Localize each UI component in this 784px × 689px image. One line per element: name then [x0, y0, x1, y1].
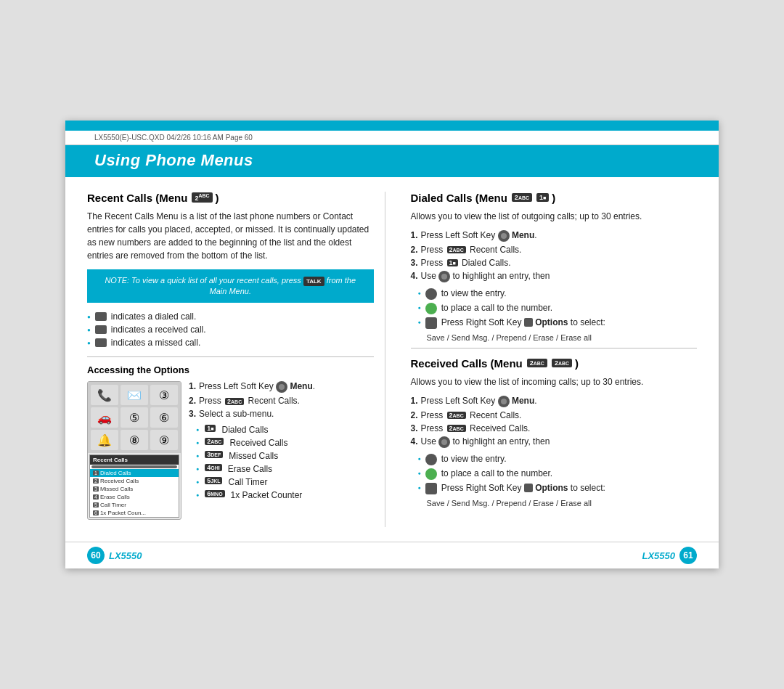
bullet-dialed: indicates a dialed call. [87, 311, 374, 322]
sub-menu-list: 1■ Dialed Calls 2ABC Received Calls 3DEF… [196, 425, 374, 500]
dialed-calls-heading: Dialed Calls (Menu 2ABC 1■ ) [411, 192, 698, 204]
step-1: 1. Press Left Soft Key Menu. [189, 381, 374, 393]
received-options-text: Press Right Soft Key Options to select: [441, 483, 605, 493]
phone-menu-item-4: 4 Erase Calls [90, 493, 179, 501]
received-step-4: 4. Use to highlight an entry, then [411, 436, 698, 448]
badge-2abc: 2ABC [225, 398, 244, 405]
received-save-line: Save / Send Msg. / Prepend / Erase / Era… [427, 499, 698, 507]
dialed-right-soft-key-label: Press Right Soft Key [441, 317, 522, 327]
received-right-soft-key-label: Press Right Soft Key [441, 483, 522, 493]
note-text: NOTE: To view a quick list of all your r… [105, 276, 301, 285]
dialed-sub-options: Press Right Soft Key Options to select: [418, 317, 698, 329]
recent-calls-suffix: ) [216, 192, 219, 204]
received-step-3: 3. Press 2ABC Received Calls. [411, 423, 698, 433]
dialed-calls-body: Allows you to view the list of outgoing … [411, 210, 698, 223]
phone-item-label-3: Missed Calls [100, 486, 133, 492]
received-ok-text: to view the entry. [441, 454, 507, 464]
sub-badge-4: 4GHI [205, 464, 221, 471]
dialed-call-icon [95, 312, 107, 321]
phone-menu-item-3: 3 Missed Calls [90, 485, 179, 493]
bullet-dialed-text: indicates a dialed call. [111, 311, 196, 322]
received-talk-icon [425, 468, 437, 480]
phone-item-badge-5: 5 [93, 502, 99, 507]
received-left-soft-key-icon [498, 396, 510, 407]
dialed-options-icon [425, 317, 437, 329]
sub-label-1: Dialed Calls [221, 425, 268, 435]
received-badge-2: 2ABC [552, 359, 572, 367]
dialed-step-4: 4. Use to highlight an entry, then [411, 271, 698, 282]
received-calls-body: Allows you to view the list of incoming … [411, 375, 698, 388]
dialed-options-text: Press Right Soft Key Options to select: [441, 317, 605, 327]
dialed-badge-1: 2ABC [512, 193, 532, 202]
recent-calls-badge-text: 2ABC [195, 193, 209, 202]
sub-label-2: Received Calls [229, 438, 287, 448]
page-container: LX5550(E)-USC.QXD 04/2/26 10:16 AM Page … [65, 121, 719, 569]
accessing-heading: Accessing the Options [87, 364, 374, 375]
received-calls-title: Received Calls (Menu [411, 357, 523, 370]
dialed-talk-icon [425, 303, 437, 314]
phone-item-label-2: Received Calls [100, 478, 139, 484]
bullet-received: indicates a received call. [87, 325, 374, 335]
dialed-calls-title: Dialed Calls (Menu [411, 192, 507, 204]
phone-menu-item-6: 6 1x Packet Coun... [90, 509, 179, 517]
dialed-sub-ok: to view the entry. [418, 288, 698, 300]
phone-icon-9: ⑨ [150, 430, 178, 450]
left-page-number: 60 [87, 547, 105, 564]
phone-item-badge-1: 1 [93, 470, 99, 476]
bullet-received-text: indicates a received call. [111, 325, 206, 335]
received-calls-heading: Received Calls (Menu 2ABC 2ABC ) [411, 357, 698, 370]
dialed-suffix: ) [552, 192, 555, 204]
dialed-save-line: Save / Send Msg. / Prepend / Erase / Era… [427, 333, 698, 342]
left-soft-key-icon [276, 381, 287, 393]
phone-icon-5: ⑤ [121, 407, 148, 428]
phone-menu-item-1: 1 Dialed Calls [90, 469, 179, 477]
received-step-2: 2. Press 2ABC Recent Calls. [411, 410, 698, 420]
phone-menu-scroll [91, 465, 177, 468]
talk-badge: TALK [303, 277, 324, 286]
page-title: Using Phone Menus [94, 151, 690, 170]
sub-label-4: Erase Calls [228, 464, 272, 474]
received-sub-bullets: to view the entry. to place a call to th… [418, 454, 698, 494]
main-content: Recent Calls (Menu 2ABC ) The Recent Cal… [65, 177, 719, 542]
right-column: Dialed Calls (Menu 2ABC 1■ ) Allows you … [407, 192, 698, 528]
phone-menu-item-2: 2 Received Calls [90, 477, 179, 485]
phone-icon-8: ⑧ [121, 430, 148, 450]
sub-badge-2: 2ABC [205, 438, 224, 445]
call-type-bullets: indicates a dialed call. indicates a rec… [87, 311, 374, 348]
recent-calls-heading: Recent Calls (Menu 2ABC ) [87, 192, 374, 204]
received-menu-label: Menu [512, 396, 534, 406]
dialed-ok-text: to view the entry. [441, 288, 507, 298]
dialed-nav-icon [438, 271, 450, 282]
phone-menu-list: Recent Calls 1 Dialed Calls 2 Received C… [89, 454, 179, 518]
file-info: LX5550(E)-USC.QXD 04/2/26 10:16 AM Page … [65, 131, 719, 145]
dialed-badge-1: 1■ [447, 259, 458, 266]
received-step-1: 1. Press Left Soft Key Menu. [411, 396, 698, 407]
phone-item-badge-6: 6 [93, 510, 99, 515]
divider [87, 356, 374, 357]
sub-item-3: 3DEF Missed Calls [196, 451, 374, 461]
received-badge-1: 2ABC [527, 359, 547, 367]
sub-item-4: 4GHI Erase Calls [196, 464, 374, 474]
received-sub-options: Press Right Soft Key Options to select: [418, 483, 698, 494]
phone-item-label-5: Call Timer [100, 502, 126, 508]
received-call-icon [95, 325, 107, 334]
sub-label-3: Missed Calls [229, 451, 278, 461]
bullet-missed: indicates a missed call. [87, 338, 374, 348]
received-badge-2abc-2: 2ABC [447, 425, 466, 432]
received-options-icon [425, 483, 437, 494]
received-sub-ok: to view the entry. [418, 454, 698, 465]
phone-menu-item-5: 5 Call Timer [90, 501, 179, 509]
dialed-step-3: 3. Press 1■ Dialed Calls. [411, 258, 698, 268]
received-talk-text: to place a call to the number. [441, 468, 552, 478]
step-2: 2. Press 2ABC Recent Calls. [189, 396, 374, 406]
sub-item-6: 6MNO 1x Packet Counter [196, 490, 374, 500]
dialed-talk-text: to place a call to the number. [441, 303, 552, 313]
steps-area: 📞 ✉️ ③ 🚗 ⑤ ⑥ 🔔 ⑧ ⑨ Recent Calls [87, 381, 374, 520]
sub-badge-3: 3DEF [205, 451, 223, 458]
header-bar [65, 121, 719, 131]
menu-label: Menu [290, 382, 312, 392]
sub-badge-1: 1■ [205, 425, 216, 432]
sub-label-5: Call Timer [228, 477, 267, 487]
recent-calls-body: The Recent Calls Menu is a list of the l… [87, 210, 374, 262]
phone-item-label-1: Dialed Calls [100, 470, 131, 476]
